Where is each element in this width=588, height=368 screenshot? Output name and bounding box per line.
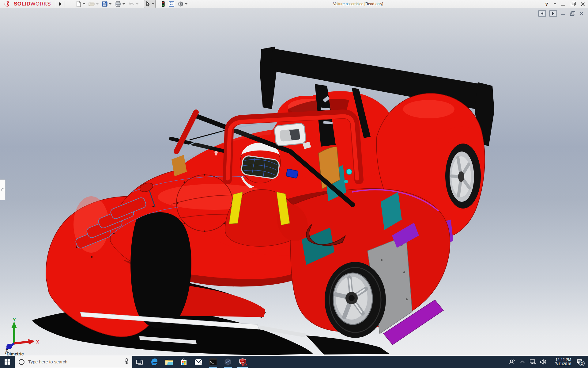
store-icon <box>180 358 187 366</box>
microsoft-store-button[interactable] <box>176 356 191 368</box>
panel-expand-icon <box>1 188 4 191</box>
document-close-button[interactable] <box>579 11 584 16</box>
separator <box>56 1 56 7</box>
action-center-button[interactable]: 2 <box>573 356 586 368</box>
document-restore-button[interactable] <box>570 11 575 16</box>
titlebar-controls: ? <box>545 0 586 8</box>
print-icon <box>115 1 121 7</box>
select-tool-button[interactable] <box>144 0 156 8</box>
open-document-button[interactable] <box>87 0 100 8</box>
rebuild-button[interactable] <box>160 0 167 8</box>
network-icon <box>530 359 536 365</box>
command-prompt-button[interactable] <box>206 356 221 368</box>
mail-button[interactable] <box>191 356 206 368</box>
chevron-up-icon <box>520 360 525 363</box>
save-floppy-icon <box>102 1 108 7</box>
brand-works: WORKS <box>30 1 51 7</box>
brand-text: SOLIDWORKS <box>14 1 51 7</box>
solidworks-logo: SOLIDWORKS <box>0 0 54 8</box>
taskbar-search[interactable] <box>15 356 132 368</box>
new-document-button[interactable] <box>75 0 86 8</box>
network-button[interactable] <box>528 356 538 368</box>
select-cursor-icon <box>145 1 151 7</box>
triad-y-label: Y <box>13 318 16 322</box>
task-view-icon <box>136 359 143 365</box>
reference-triad: Y X Z <box>3 318 40 352</box>
document-minimize-button[interactable] <box>560 11 566 16</box>
cortana-icon <box>19 359 24 365</box>
taskbar-clock[interactable]: 12:42 PM 7/11/2018 <box>548 356 573 368</box>
task-view-button[interactable] <box>132 356 147 368</box>
windows-logo-icon <box>5 359 10 365</box>
brand-solid: SOLID <box>14 1 30 7</box>
settings-button[interactable] <box>176 0 189 8</box>
model-voiture-assemblee[interactable] <box>0 8 588 356</box>
clock-time: 12:42 PM <box>556 358 571 362</box>
new-document-icon <box>76 1 81 7</box>
minimize-button[interactable] <box>560 2 566 6</box>
help-button[interactable]: ? <box>545 2 548 7</box>
traffic-light-icon <box>161 1 165 7</box>
people-button[interactable] <box>507 356 517 368</box>
save-button[interactable] <box>100 0 113 8</box>
people-icon <box>509 359 515 365</box>
system-tray: 12:42 PM 7/11/2018 2 <box>507 356 588 368</box>
edge-browser-button[interactable] <box>147 356 162 368</box>
hexagon-app-icon <box>224 358 232 366</box>
volume-button[interactable] <box>538 356 548 368</box>
solidworks-window: SOLIDWORKS <box>0 0 588 368</box>
graphics-viewport[interactable]: Y X Z *Dimetric <box>0 8 588 356</box>
document-window-controls <box>538 10 584 17</box>
solidworks-2017-icon: SW 2017 <box>238 358 247 366</box>
next-window-button[interactable] <box>549 10 557 17</box>
print-button[interactable] <box>113 0 126 8</box>
hexagon-app-button[interactable] <box>221 356 235 368</box>
notification-badge: 2 <box>579 361 585 366</box>
separator <box>65 1 65 7</box>
front-right-wheel <box>325 262 386 338</box>
ds-logo-icon <box>4 1 12 7</box>
sw-label: SW <box>240 361 244 364</box>
search-input[interactable] <box>28 359 121 365</box>
feature-panel-collapsed-tab[interactable] <box>0 179 6 200</box>
folder-icon <box>165 358 173 365</box>
solidworks-app-button[interactable]: SW 2017 <box>235 356 250 368</box>
microphone-icon[interactable] <box>124 358 129 366</box>
start-button[interactable] <box>0 356 15 368</box>
quick-access-toolbar <box>75 0 189 8</box>
gear-icon <box>178 1 184 7</box>
view-orientation-label: *Dimetric <box>5 351 24 356</box>
previous-window-button[interactable] <box>538 10 546 17</box>
edge-icon <box>150 358 158 366</box>
tray-overflow-button[interactable] <box>517 356 528 368</box>
undo-arrow-icon <box>128 1 135 7</box>
window-title: Voiture assomblee [Read-only] <box>333 2 383 6</box>
mail-icon <box>194 359 202 365</box>
sw-year-label: 2017 <box>242 364 247 366</box>
clock-date: 7/11/2018 <box>555 362 571 366</box>
close-button[interactable] <box>580 2 586 6</box>
file-explorer-button[interactable] <box>162 356 176 368</box>
speaker-icon <box>540 359 547 365</box>
restore-button[interactable] <box>570 2 576 6</box>
menu-flyout-arrow[interactable] <box>58 1 63 7</box>
help-dropdown-arrow[interactable] <box>554 3 556 5</box>
command-prompt-icon <box>209 358 217 366</box>
open-folder-icon <box>88 1 95 7</box>
triad-x-label: X <box>36 339 39 344</box>
properties-list-icon <box>168 1 175 7</box>
options-form-button[interactable] <box>167 0 176 8</box>
undo-button[interactable] <box>127 0 140 8</box>
windows-taskbar: SW 2017 <box>0 356 588 368</box>
titlebar: SOLIDWORKS <box>0 0 588 8</box>
